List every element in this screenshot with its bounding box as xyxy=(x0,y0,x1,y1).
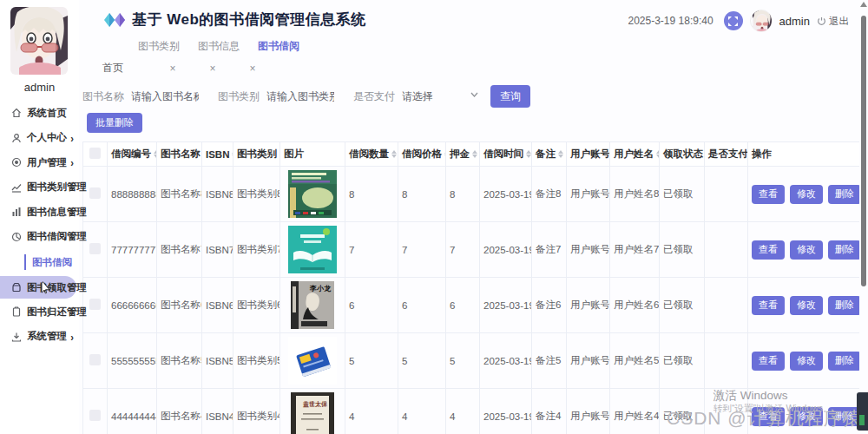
tab-book-category[interactable]: 图书类别 xyxy=(138,39,180,54)
sidebar-item-users[interactable]: 用户管理 › xyxy=(0,150,79,175)
column-header[interactable]: 借阅数量 xyxy=(349,148,389,161)
paid-select[interactable]: 请选择 xyxy=(402,85,478,108)
cell-user: 用户姓名7 xyxy=(610,222,660,278)
sort-icon[interactable] xyxy=(154,150,157,158)
book-category-input[interactable] xyxy=(266,85,334,108)
edit-button[interactable]: 修改 xyxy=(790,185,823,204)
column-header[interactable]: 是否支付 xyxy=(708,148,748,161)
app-window: admin 系统首页 个人中心 › 用户管理 › 图书类别管理 › xyxy=(0,0,868,434)
sidebar-item-book-category[interactable]: 图书类别管理 › xyxy=(0,175,79,201)
sidebar-item-label: 图书领取管理 xyxy=(27,281,87,294)
row-checkbox[interactable] xyxy=(89,187,101,199)
cell-borrow-id: 4444444444 xyxy=(108,389,157,434)
delete-button[interactable]: 删除 xyxy=(828,407,859,426)
cell-category: 图书类别6 xyxy=(233,278,280,333)
sort-icon[interactable] xyxy=(391,150,397,158)
sort-icon[interactable] xyxy=(526,150,531,158)
book-cover-image xyxy=(288,337,337,385)
cell-date: 2025-03-19 xyxy=(480,333,532,389)
scroll-up-icon[interactable] xyxy=(860,2,867,7)
edit-button[interactable]: 修改 xyxy=(790,240,823,260)
topbar-right: 2025-3-19 18:9:40 ad xyxy=(628,10,849,32)
cell-price: 4 xyxy=(398,389,446,434)
tab-book-info[interactable]: 图书信息 xyxy=(198,39,240,54)
cell-category: 图书类别8 xyxy=(233,167,280,222)
column-header[interactable]: 备注 xyxy=(536,148,556,161)
column-header[interactable]: 用户姓名 xyxy=(614,148,654,161)
column-header: 图片 xyxy=(284,148,304,161)
search-button[interactable]: 查询 xyxy=(490,85,530,108)
column-header[interactable]: 用户账号 xyxy=(570,148,610,161)
column-header[interactable]: 押金 xyxy=(450,148,470,161)
filter-paid-label: 是否支付 xyxy=(353,89,395,104)
view-button[interactable]: 查看 xyxy=(752,407,785,426)
view-button[interactable]: 查看 xyxy=(752,296,785,315)
tab-book-borrow[interactable]: 图书借阅 xyxy=(258,39,299,54)
datetime: 2025-3-19 18:9:40 xyxy=(628,15,713,27)
sidebar-item-book-claim[interactable]: 图书领取管理 › xyxy=(0,276,76,299)
sidebar-item-system[interactable]: 系统管理 › xyxy=(0,325,79,350)
tag-close-icon[interactable]: × xyxy=(233,62,273,75)
topbar-avatar[interactable] xyxy=(750,10,773,32)
delete-button[interactable]: 删除 xyxy=(828,352,859,371)
topbar-username: admin xyxy=(779,15,810,28)
fullscreen-button[interactable] xyxy=(724,11,743,30)
trend-chart-icon xyxy=(11,182,22,193)
logout-button[interactable]: 退出 xyxy=(817,15,849,28)
delete-button[interactable]: 删除 xyxy=(828,185,859,204)
sidebar: admin 系统首页 个人中心 › 用户管理 › 图书类别管理 › xyxy=(0,0,79,434)
cell-category: 图书类别5 xyxy=(233,333,280,389)
tag-home[interactable]: 首页 xyxy=(102,61,123,76)
sidebar-subitem-book-borrow[interactable]: 图书借阅 xyxy=(0,249,79,275)
view-button[interactable]: 查看 xyxy=(752,352,785,371)
nav-tabs: 图书类别 图书信息 图书借阅 xyxy=(79,39,299,54)
table-row: 6666666666 图书名称6 ISBN6 图书类别6 李小龙 xyxy=(83,278,860,333)
cell-status: 已领取 xyxy=(660,167,705,222)
edit-button[interactable]: 修改 xyxy=(790,296,823,315)
edit-button[interactable]: 修改 xyxy=(790,352,823,371)
chevron-down-icon xyxy=(470,92,478,97)
sort-icon[interactable] xyxy=(558,150,563,158)
cell-user: 用户姓名8 xyxy=(610,167,660,222)
column-header[interactable]: 借阅价格 xyxy=(402,148,442,161)
book-name-input[interactable] xyxy=(131,85,199,108)
sidebar-item-profile[interactable]: 个人中心 › xyxy=(0,126,79,151)
row-checkbox[interactable] xyxy=(89,299,101,310)
select-all-checkbox[interactable] xyxy=(89,148,101,159)
cell-date: 2025-03-19 xyxy=(480,389,532,434)
batch-delete-button[interactable]: 批量删除 xyxy=(87,113,142,133)
delete-button[interactable]: 删除 xyxy=(828,296,859,315)
column-header[interactable]: 借阅时间 xyxy=(483,148,523,161)
cell-deposit: 7 xyxy=(446,222,480,278)
row-checkbox[interactable] xyxy=(89,243,101,254)
sidebar-item-book-info[interactable]: 图书信息管理 › xyxy=(0,200,79,225)
cell-paid xyxy=(705,278,748,333)
page-scrollbar[interactable] xyxy=(859,0,868,434)
cell-note: 备注7 xyxy=(532,222,567,278)
edit-button[interactable]: 修改 xyxy=(790,407,823,426)
cell-isbn: ISBN6 xyxy=(202,278,233,333)
view-button[interactable]: 查看 xyxy=(752,240,785,260)
scrollbar-thumb[interactable] xyxy=(861,16,866,286)
filter-category-label: 图书类别 xyxy=(218,89,260,104)
bar-chart-icon xyxy=(11,207,22,217)
sidebar-item-home[interactable]: 系统首页 xyxy=(0,101,79,126)
column-header[interactable]: 借阅编号 xyxy=(111,148,151,161)
sidebar-item-label: 个人中心 xyxy=(27,131,67,144)
sidebar-item-book-return[interactable]: 图书归还管理 › xyxy=(0,299,79,325)
sort-icon[interactable] xyxy=(656,150,660,158)
cell-borrow-id: 5555555555 xyxy=(108,333,157,389)
tag-close-icon[interactable]: × xyxy=(153,62,193,75)
cell-qty: 4 xyxy=(345,389,398,434)
column-header[interactable]: 图书名称 xyxy=(161,148,201,161)
column-header[interactable]: ISBN xyxy=(206,149,229,160)
sidebar-item-book-borrow-mgmt[interactable]: 图书借阅管理 › xyxy=(0,225,79,250)
delete-button[interactable]: 删除 xyxy=(828,240,859,260)
sort-icon[interactable] xyxy=(472,150,477,158)
row-checkbox[interactable] xyxy=(89,410,101,421)
column-header[interactable]: 领取状态 xyxy=(663,148,703,161)
row-checkbox[interactable] xyxy=(89,354,101,365)
column-header[interactable]: 图书类别 xyxy=(237,148,277,161)
tag-close-icon[interactable]: × xyxy=(193,62,233,75)
view-button[interactable]: 查看 xyxy=(752,185,785,204)
